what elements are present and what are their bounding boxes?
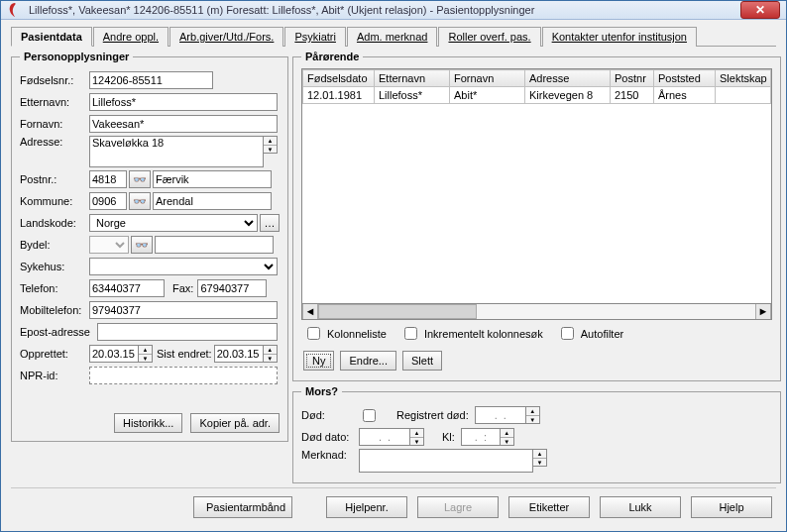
label-npr: NPR-id:: [20, 370, 89, 381]
landskode-select[interactable]: Norge: [89, 214, 258, 232]
parorende-grid[interactable]: Fødselsdato Etternavn Fornavn Adresse Po…: [301, 68, 772, 304]
label-bydel: Bydel:: [20, 239, 89, 251]
scroll-right-icon[interactable]: ►: [755, 304, 771, 319]
mors-group: Mors? Død: Registrert død: ▲▼ Død dato:: [292, 385, 781, 483]
postnr-lookup-icon[interactable]: 👓: [129, 170, 151, 188]
kopier-adr-button[interactable]: Kopier på. adr.: [190, 413, 280, 433]
label-adresse: Adresse:: [20, 136, 89, 148]
col-adresse[interactable]: Adresse: [525, 70, 611, 87]
bottom-button-bar: Pasientarmbånd Hjelpenr. Lagre Etiketter…: [11, 487, 776, 524]
etternavn-input[interactable]: [89, 93, 278, 111]
app-icon: [7, 2, 23, 18]
lagre-button[interactable]: Lagre: [417, 496, 499, 518]
label-fodselsnr: Fødselsnr.:: [20, 74, 89, 86]
kommune-nr-input[interactable]: [89, 192, 127, 210]
close-button[interactable]: ✕: [740, 1, 780, 19]
horizontal-scrollbar[interactable]: ◄ ►: [301, 304, 772, 320]
kolonneliste-check[interactable]: Kolonneliste: [303, 324, 387, 343]
ny-button[interactable]: Ny: [303, 351, 334, 371]
hjelpenr-button[interactable]: Hjelpenr.: [326, 496, 407, 518]
col-fornavn[interactable]: Fornavn: [450, 70, 525, 87]
tab-arbgiver[interactable]: Arb.giver/Utd./Fors.: [169, 27, 283, 47]
label-epost: Epost-adresse: [20, 326, 97, 338]
label-landskode: Landskode:: [20, 217, 89, 229]
col-etternavn[interactable]: Etternavn: [375, 70, 450, 87]
tab-pasientdata[interactable]: Pasientdata: [11, 27, 92, 47]
label-telefon: Telefon:: [20, 282, 89, 294]
label-etternavn: Etternavn:: [20, 96, 89, 108]
scroll-left-icon[interactable]: ◄: [302, 304, 318, 319]
bydel-select[interactable]: [89, 236, 129, 254]
autofilter-check[interactable]: Autofilter: [557, 324, 623, 343]
kommune-navn-input[interactable]: [153, 192, 272, 210]
label-registrert: Registrert død:: [396, 409, 469, 421]
fornavn-input[interactable]: [89, 115, 278, 133]
opprettet-input[interactable]: [89, 345, 139, 363]
label-fornavn: Fornavn:: [20, 118, 89, 130]
tab-andre-oppl[interactable]: Andre oppl.: [93, 27, 169, 47]
parorende-legend: Pårørende: [301, 51, 363, 62]
tab-psykiatri[interactable]: Psykiatri: [284, 27, 346, 47]
inkrementelt-check[interactable]: Inkrementelt kolonnesøk: [400, 324, 543, 343]
sykehus-select[interactable]: [89, 258, 278, 275]
parorende-group: Pårørende Fødselsdato Etternavn Fornavn …: [292, 51, 781, 381]
mobil-input[interactable]: [89, 301, 278, 319]
label-dod: Død:: [301, 409, 359, 421]
fax-input[interactable]: [197, 279, 267, 297]
table-row[interactable]: 12.01.1981 Lillefoss* Abit* Kirkevegen 8…: [303, 87, 771, 104]
etiketter-button[interactable]: Etiketter: [508, 496, 590, 518]
kl-spinner[interactable]: ▲▼: [501, 428, 514, 446]
col-slektskap[interactable]: Slektskap: [716, 70, 771, 87]
telefon-input[interactable]: [89, 279, 165, 297]
dod-dato-input[interactable]: [359, 428, 410, 446]
merknad-input[interactable]: [359, 449, 533, 473]
landskode-extra-button[interactable]: …: [260, 214, 280, 232]
col-fodselsdato[interactable]: Fødselsdato: [303, 70, 375, 87]
merknad-spinner[interactable]: ▲▼: [533, 449, 547, 467]
label-merknad: Merknad:: [301, 449, 359, 461]
bydel-lookup-icon[interactable]: 👓: [131, 236, 153, 254]
personopplysninger-group: Personopplysninger Fødselsnr.: Etternavn…: [11, 51, 288, 442]
epost-input[interactable]: [97, 323, 278, 341]
historikk-button[interactable]: Historikk...: [114, 413, 182, 433]
adresse-input[interactable]: Skaveløkka 18: [89, 136, 264, 167]
postnr-input[interactable]: [89, 170, 127, 188]
registrert-dato-spinner[interactable]: ▲▼: [526, 406, 540, 424]
tab-strip: Pasientdata Andre oppl. Arb.giver/Utd./F…: [11, 26, 776, 47]
sist-endret-spinner[interactable]: ▲▼: [264, 345, 278, 363]
window: Lillefoss*, Vakeesan* 124206-85511 (m) F…: [0, 0, 787, 532]
dod-check[interactable]: [363, 409, 376, 422]
window-title: Lillefoss*, Vakeesan* 124206-85511 (m) F…: [29, 4, 740, 16]
endre-button[interactable]: Endre...: [340, 351, 396, 371]
kl-input[interactable]: [461, 428, 501, 446]
label-opprettet: Opprettet:: [20, 348, 89, 360]
tab-roller[interactable]: Roller overf. pas.: [438, 27, 540, 47]
personopplysninger-legend: Personopplysninger: [20, 51, 133, 62]
mors-legend: Mors?: [301, 385, 342, 397]
adresse-spinner[interactable]: ▲▼: [264, 136, 278, 154]
slett-button[interactable]: Slett: [402, 351, 442, 371]
npr-input[interactable]: [89, 367, 278, 384]
col-poststed[interactable]: Poststed: [654, 70, 716, 87]
hjelp-button[interactable]: Hjelp: [691, 496, 772, 518]
dod-dato-spinner[interactable]: ▲▼: [410, 428, 424, 446]
fodselsnr-input[interactable]: [89, 71, 213, 89]
poststed-input[interactable]: [153, 170, 272, 188]
tab-kontakter[interactable]: Kontakter utenfor institusjon: [542, 27, 697, 47]
label-sist-endret: Sist endret:: [157, 348, 212, 360]
bydel-text: [155, 236, 274, 254]
lukk-button[interactable]: Lukk: [600, 496, 681, 518]
col-postnr[interactable]: Postnr: [611, 70, 654, 87]
pasientarmband-button[interactable]: Pasientarmbånd: [193, 496, 292, 518]
tab-adm-merknad[interactable]: Adm. merknad: [347, 27, 438, 47]
label-sykehus: Sykehus:: [20, 261, 89, 272]
label-kommune: Kommune:: [20, 195, 89, 207]
label-postnr: Postnr.:: [20, 173, 89, 185]
label-kl: Kl:: [442, 431, 455, 443]
sist-endret-input[interactable]: [214, 345, 264, 363]
registrert-dato-input[interactable]: [475, 406, 526, 424]
titlebar: Lillefoss*, Vakeesan* 124206-85511 (m) F…: [1, 1, 786, 20]
kommune-lookup-icon[interactable]: 👓: [129, 192, 151, 210]
label-mobil: Mobiltelefon:: [20, 304, 89, 316]
opprettet-spinner[interactable]: ▲▼: [139, 345, 153, 363]
